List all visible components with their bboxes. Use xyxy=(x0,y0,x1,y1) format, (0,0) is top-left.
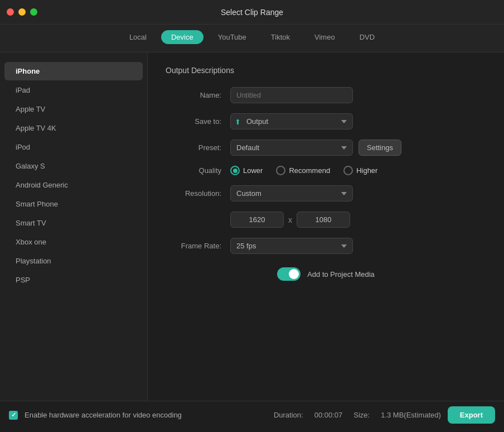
tab-dvd[interactable]: DVD xyxy=(350,30,385,44)
duration-label: Duration: xyxy=(274,411,303,419)
sidebar-item-psp[interactable]: PSP xyxy=(4,271,143,289)
titlebar: Select Clip Range xyxy=(0,0,504,25)
sidebar-item-xboxone[interactable]: Xbox one xyxy=(4,233,143,251)
tab-local[interactable]: Local xyxy=(119,30,157,44)
save-to-label: Save to: xyxy=(166,117,221,126)
quality-lower-label: Lower xyxy=(243,166,263,175)
tab-bar: Local Device YouTube Tiktok Vimeo DVD xyxy=(0,25,504,52)
hw-accel-check-icon: ✓ xyxy=(11,411,16,419)
quality-recommend-radio[interactable] xyxy=(276,166,285,175)
frame-rate-row: Frame Rate: 25 fps xyxy=(166,238,486,254)
sidebar: iPhone iPad Apple TV Apple TV 4K iPod Ga… xyxy=(0,52,148,401)
resolution-height-input[interactable] xyxy=(297,212,350,228)
size-value: 1.3 MB(Estimated) xyxy=(381,411,441,419)
sidebar-item-androidgeneric[interactable]: Android Generic xyxy=(4,176,143,194)
toggle-knob xyxy=(289,269,299,279)
add-to-project-toggle[interactable] xyxy=(277,267,301,281)
sidebar-item-appletv[interactable]: Apple TV xyxy=(4,100,143,118)
resolution-width-input[interactable] xyxy=(230,212,284,228)
sidebar-item-iphone[interactable]: iPhone xyxy=(4,62,143,80)
quality-radio-group: Lower Recommend Higher xyxy=(230,166,377,175)
main-content: iPhone iPad Apple TV Apple TV 4K iPod Ga… xyxy=(0,52,504,401)
save-to-row: Save to: Output ⬆ xyxy=(166,113,486,129)
tab-tiktok[interactable]: Tiktok xyxy=(261,30,300,44)
sidebar-item-smartphone[interactable]: Smart Phone xyxy=(4,195,143,213)
sidebar-item-playstation[interactable]: Playstation xyxy=(4,252,143,270)
tab-youtube[interactable]: YouTube xyxy=(208,30,256,44)
frame-rate-select[interactable]: 25 fps xyxy=(230,238,353,254)
quality-higher-radio[interactable] xyxy=(343,166,353,175)
hw-accel-label: Enable hardware acceleration for video e… xyxy=(25,411,267,419)
settings-button[interactable]: Settings xyxy=(358,140,401,156)
preset-row: Preset: Default Settings xyxy=(166,140,486,156)
export-button[interactable]: Export xyxy=(448,406,495,424)
bottom-bar: ✓ Enable hardware acceleration for video… xyxy=(0,401,504,429)
save-to-select-wrap: Output ⬆ xyxy=(230,113,353,129)
resolution-inputs-row: x xyxy=(230,212,486,228)
add-to-project-label: Add to Project Media xyxy=(307,270,375,279)
quality-label: Quality xyxy=(166,166,221,175)
resolution-separator: x xyxy=(288,215,292,224)
frame-rate-label: Frame Rate: xyxy=(166,242,221,250)
quality-higher-option[interactable]: Higher xyxy=(343,166,377,175)
preset-label: Preset: xyxy=(166,143,221,152)
preset-select[interactable]: Default xyxy=(230,140,353,156)
name-row: Name: xyxy=(166,87,486,103)
duration-value: 00:00:07 xyxy=(314,411,343,419)
window-title: Select Clip Range xyxy=(221,8,283,17)
quality-lower-radio[interactable] xyxy=(230,166,240,175)
quality-row: Quality Lower Recommend Higher xyxy=(166,166,486,175)
size-label: Size: xyxy=(353,411,370,419)
resolution-row: Resolution: Custom xyxy=(166,185,486,201)
add-to-project-row: Add to Project Media xyxy=(166,267,486,281)
sidebar-item-appletv4k[interactable]: Apple TV 4K xyxy=(4,119,143,137)
save-to-icon: ⬆ xyxy=(235,117,241,126)
resolution-select[interactable]: Custom xyxy=(230,185,353,201)
quality-lower-option[interactable]: Lower xyxy=(230,166,263,175)
section-title: Output Descriptions xyxy=(166,66,486,75)
minimize-button[interactable] xyxy=(18,8,26,16)
tab-device[interactable]: Device xyxy=(161,30,203,44)
resolution-label: Resolution: xyxy=(166,189,221,198)
sidebar-item-smarttv[interactable]: Smart TV xyxy=(4,214,143,232)
output-panel: Output Descriptions Name: Save to: Outpu… xyxy=(148,52,504,401)
quality-recommend-option[interactable]: Recommend xyxy=(276,166,330,175)
bottom-info: Duration: 00:00:07 Size: 1.3 MB(Estimate… xyxy=(274,411,441,419)
hw-accel-checkbox[interactable]: ✓ xyxy=(9,411,18,420)
quality-recommend-label: Recommend xyxy=(289,166,330,175)
name-label: Name: xyxy=(166,91,221,99)
close-button[interactable] xyxy=(7,8,14,16)
window-controls xyxy=(7,8,37,16)
save-to-select[interactable]: Output xyxy=(230,113,353,129)
sidebar-item-ipad[interactable]: iPad xyxy=(4,81,143,99)
sidebar-item-ipod[interactable]: iPod xyxy=(4,138,143,156)
sidebar-item-galaxys[interactable]: Galaxy S xyxy=(4,157,143,175)
maximize-button[interactable] xyxy=(30,8,37,16)
tab-vimeo[interactable]: Vimeo xyxy=(304,30,345,44)
quality-higher-label: Higher xyxy=(356,166,377,175)
name-input[interactable] xyxy=(230,87,353,103)
